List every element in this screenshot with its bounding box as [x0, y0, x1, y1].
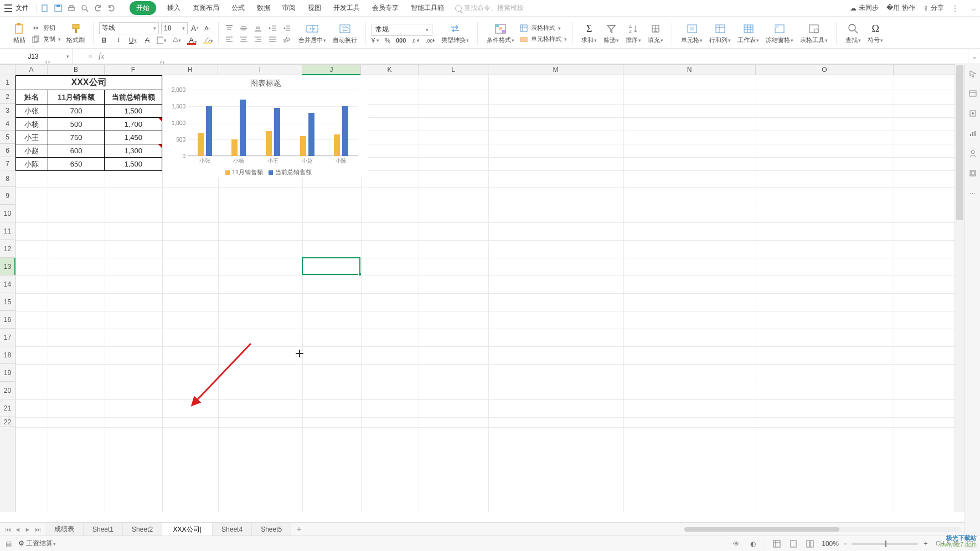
type-convert-button[interactable]: 类型转换▾ — [438, 22, 472, 45]
sheet-tab-0[interactable]: 成绩表 — [45, 523, 84, 536]
filter-button[interactable]: 筛选▾ — [600, 22, 622, 45]
row-header-6[interactable]: 6 — [0, 144, 15, 157]
decrease-font-icon[interactable]: A- — [202, 23, 212, 33]
row-header-15[interactable]: 15 — [0, 293, 15, 311]
strikethrough-icon[interactable]: A — [142, 35, 152, 45]
row-header-18[interactable]: 18 — [0, 346, 15, 364]
more-icon[interactable]: ⋮ — [952, 4, 958, 12]
zoom-out-icon[interactable]: − — [843, 540, 847, 548]
align-middle-icon[interactable] — [239, 23, 249, 33]
table-tools-button[interactable]: 表格工具▾ — [797, 22, 831, 45]
freeze-button[interactable]: 冻结窗格▾ — [762, 22, 797, 45]
col-header-B[interactable]: B — [48, 65, 105, 75]
row-header-14[interactable]: 14 — [0, 276, 15, 293]
task-indicator[interactable]: ⚙ 工资结算▾ — [18, 539, 56, 548]
pagebreak-view-icon[interactable] — [805, 539, 815, 549]
expand-formula-bar-icon[interactable]: ⌄ — [968, 49, 980, 64]
name-box-input[interactable] — [0, 53, 66, 60]
search-panel-icon[interactable] — [968, 89, 978, 98]
menu-icon[interactable] — [4, 4, 12, 12]
ribbon-tab-6[interactable]: 视图 — [307, 1, 322, 15]
row-header-17[interactable]: 17 — [0, 329, 15, 346]
align-center-icon[interactable] — [239, 34, 249, 44]
column-headers[interactable]: ABFHIJKLMNO — [16, 64, 980, 75]
merge-center-button[interactable]: 合并居中▾ — [295, 22, 329, 45]
hscroll-thumb[interactable] — [684, 527, 839, 532]
sheet-rename-input[interactable] — [171, 526, 203, 534]
justify-icon[interactable] — [267, 34, 277, 44]
comma-icon[interactable]: 000 — [396, 37, 406, 44]
row-header-7[interactable]: 7 — [0, 157, 15, 170]
fx-icon[interactable]: fx — [99, 52, 104, 61]
sales-table[interactable]: XXX公司姓名11月销售额当前总销售额小张7001,500小杨5001,700小… — [16, 75, 162, 171]
zoom-slider[interactable] — [852, 543, 918, 545]
sync-status[interactable]: ☁ 未同步 — [850, 3, 879, 13]
col-header-N[interactable]: N — [623, 65, 756, 75]
italic-icon[interactable]: I — [114, 35, 123, 45]
sheet-tab-4[interactable]: Sheet4 — [213, 523, 252, 536]
chart-panel-icon[interactable] — [968, 128, 978, 138]
comment-indicator-icon[interactable] — [158, 144, 162, 148]
font-name-select[interactable]: 等线▾ — [99, 22, 159, 34]
add-sheet-button[interactable]: ＋ — [291, 523, 307, 536]
worksheet-button[interactable]: 工作表▾ — [734, 22, 762, 45]
reading-icon[interactable]: 👁 — [731, 539, 741, 549]
sum-button[interactable]: Σ求和▾ — [578, 22, 600, 45]
row-header-8[interactable]: 8 — [0, 170, 15, 187]
font-color-icon[interactable]: A▾ — [185, 36, 197, 45]
new-icon[interactable] — [40, 4, 49, 13]
print-icon[interactable] — [67, 4, 76, 13]
ribbon-tab-4[interactable]: 数据 — [256, 1, 271, 15]
row-header-20[interactable]: 20 — [0, 382, 15, 399]
undo-icon[interactable] — [94, 4, 102, 13]
paste-button[interactable]: 粘贴 — [10, 22, 29, 45]
row-header-21[interactable]: 21 — [0, 399, 15, 417]
font-size-select[interactable]: 18▾ — [161, 22, 188, 34]
row-header-9[interactable]: 9 — [0, 187, 15, 205]
increase-indent-icon[interactable] — [282, 23, 292, 33]
page-view-icon[interactable] — [788, 539, 798, 549]
sheet-next-icon[interactable]: ► — [23, 526, 32, 533]
dark-mode-icon[interactable]: ◐ — [748, 539, 758, 549]
ribbon-tab-0[interactable]: 开始 — [130, 1, 156, 15]
ribbon-tab-7[interactable]: 开发工具 — [332, 1, 361, 15]
currency-icon[interactable]: ¥▾ — [372, 37, 379, 44]
ribbon-tab-3[interactable]: 公式 — [230, 1, 246, 15]
row-header-10[interactable]: 10 — [0, 205, 15, 222]
row-header-4[interactable]: 4 — [0, 117, 15, 131]
active-cell-selection[interactable] — [302, 257, 360, 275]
ribbon-tab-2[interactable]: 页面布局 — [192, 1, 220, 15]
ribbon-tab-5[interactable]: 审阅 — [281, 1, 297, 15]
percent-icon[interactable]: % — [385, 37, 390, 44]
file-menu[interactable]: 文件 — [16, 3, 29, 13]
redo-icon[interactable] — [107, 4, 116, 13]
row-header-2[interactable]: 2 — [0, 90, 15, 104]
table-style-button[interactable]: 表格样式▾ — [519, 23, 567, 33]
doc-recovery-icon[interactable]: ▤ — [6, 540, 12, 548]
share-button[interactable]: ⇪ 分享 — [923, 3, 944, 13]
align-bottom-icon[interactable] — [253, 23, 263, 33]
sheet-first-icon[interactable]: ⏮ — [3, 526, 12, 533]
col-header-A[interactable]: A — [16, 65, 48, 75]
cells-grid[interactable]: XXX公司姓名11月销售额当前总销售额小张7001,500小杨5001,700小… — [16, 75, 955, 512]
align-top-icon[interactable] — [224, 23, 234, 33]
col-header-M[interactable]: M — [488, 65, 623, 75]
collapse-ribbon-icon[interactable]: ⌵ — [972, 4, 976, 12]
row-header-11[interactable]: 11 — [0, 222, 15, 240]
cell-style-button[interactable]: 单元格样式▾ — [519, 34, 567, 44]
fill-handle[interactable] — [358, 273, 362, 276]
number-format-select[interactable]: 常规▾ — [372, 24, 432, 36]
col-header-O[interactable]: O — [756, 65, 894, 75]
col-header-L[interactable]: L — [419, 65, 488, 75]
sheet-tab-1[interactable]: Sheet1 — [84, 523, 123, 536]
row-header-13[interactable]: 13 — [0, 258, 15, 276]
copy-button[interactable]: 复制▾ — [31, 34, 61, 44]
increase-font-icon[interactable]: A+ — [190, 23, 200, 33]
sort-button[interactable]: AZ排序▾ — [622, 22, 644, 45]
align-right-icon[interactable] — [253, 34, 263, 44]
zoom-in-icon[interactable]: ＋ — [922, 539, 929, 548]
col-header-H[interactable]: H — [162, 65, 218, 75]
normal-view-icon[interactable] — [772, 539, 782, 549]
coop-button[interactable]: �用 协作 — [886, 3, 915, 13]
sheet-tab-2[interactable]: Sheet2 — [123, 523, 162, 536]
